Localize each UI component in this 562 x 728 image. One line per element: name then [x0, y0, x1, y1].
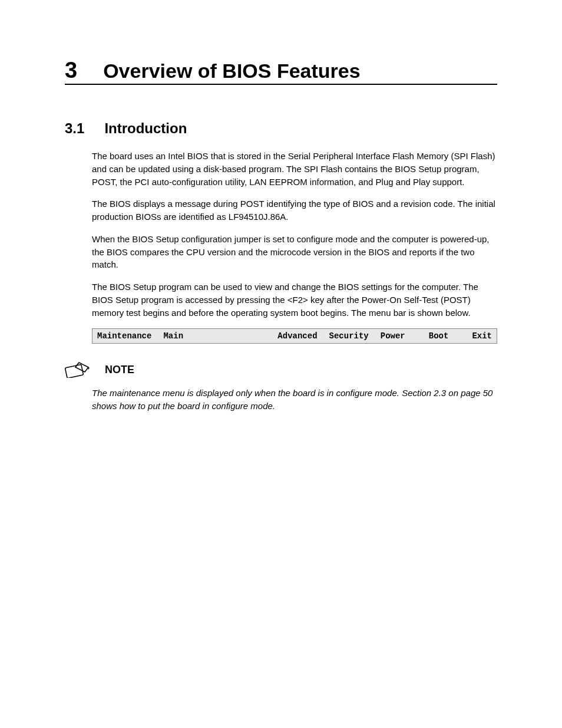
- note-text: The maintenance menu is displayed only w…: [92, 387, 497, 413]
- menu-item-exit: Exit: [472, 331, 492, 341]
- menu-item-security: Security: [329, 331, 369, 341]
- section-body: The board uses an Intel BIOS that is sto…: [92, 150, 497, 344]
- paragraph: The BIOS displays a message during POST …: [92, 197, 497, 223]
- section-heading: 3.1Introduction: [65, 120, 497, 137]
- paragraph: When the BIOS Setup configuration jumper…: [92, 233, 497, 271]
- chapter-title: Overview of BIOS Features: [103, 61, 361, 81]
- chapter-number: 3: [65, 59, 77, 81]
- section-number: 3.1: [65, 120, 84, 137]
- menu-item-advanced: Advanced: [277, 331, 317, 341]
- menu-item-maintenance: Maintenance: [97, 331, 151, 341]
- svg-rect-0: [65, 365, 83, 378]
- chapter-heading: 3 Overview of BIOS Features: [65, 59, 497, 85]
- paragraph: The BIOS Setup program can be used to vi…: [92, 281, 497, 319]
- note-label: NOTE: [105, 364, 134, 376]
- menu-item-main: Main: [163, 331, 183, 341]
- pencil-note-icon: [65, 361, 92, 378]
- menu-item-power: Power: [381, 331, 405, 341]
- paragraph: The board uses an Intel BIOS that is sto…: [92, 150, 497, 188]
- menu-item-boot: Boot: [429, 331, 449, 341]
- document-page: 3 Overview of BIOS Features 3.1Introduct…: [0, 0, 562, 457]
- section-title: Introduction: [104, 120, 187, 136]
- bios-menu-bar: Maintenance Main Advanced Security Power…: [92, 328, 497, 344]
- note-block: NOTE: [65, 361, 497, 378]
